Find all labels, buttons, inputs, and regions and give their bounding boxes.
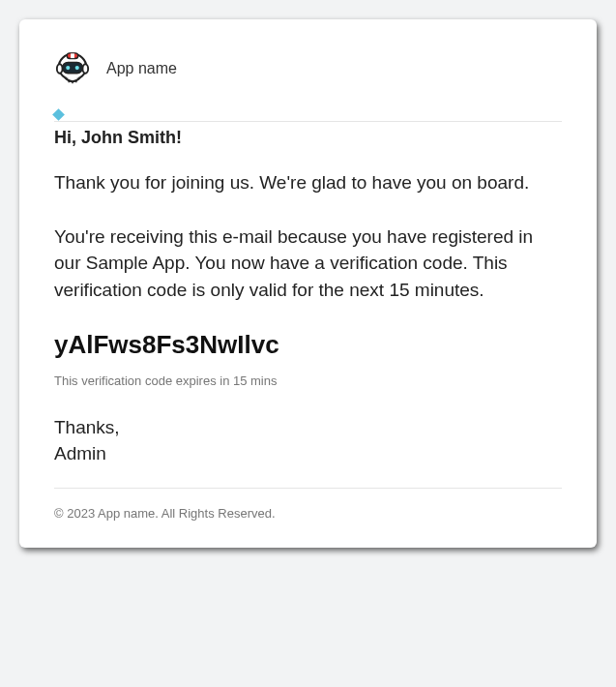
svg-point-5: [75, 66, 79, 70]
divider-bottom: [54, 488, 562, 489]
footer-text: © 2023 App name. All Rights Reserved.: [54, 506, 562, 521]
greeting-text: Hi, John Smith!: [54, 128, 562, 148]
verification-code: yAlFws8Fs3NwIlvc: [54, 330, 562, 360]
signoff-name: Admin: [54, 441, 562, 467]
app-logo-icon: [54, 50, 91, 87]
svg-point-4: [66, 66, 70, 70]
svg-point-7: [82, 64, 88, 74]
svg-rect-2: [71, 53, 74, 58]
expiry-note: This verification code expires in 15 min…: [54, 373, 562, 388]
signoff-thanks: Thanks,: [54, 415, 562, 441]
email-header: App name: [54, 50, 562, 87]
verification-paragraph: You're receiving this e-mail because you…: [54, 224, 562, 304]
app-name: App name: [106, 60, 177, 77]
divider-top: [54, 121, 562, 122]
svg-point-6: [57, 64, 63, 74]
intro-paragraph: Thank you for joining us. We're glad to …: [54, 169, 562, 196]
signoff: Thanks, Admin: [54, 415, 562, 466]
diamond-icon: [52, 108, 65, 121]
svg-rect-3: [63, 62, 83, 73]
email-card: App name Hi, John Smith! Thank you for j…: [19, 19, 597, 548]
